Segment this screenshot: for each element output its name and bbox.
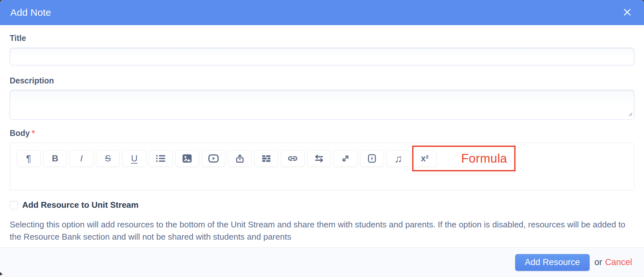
toolbar-table-button[interactable] xyxy=(254,150,278,167)
bullet-list-icon xyxy=(155,153,166,164)
title-field-label: Title xyxy=(10,33,634,43)
toolbar-video-button[interactable] xyxy=(202,150,225,167)
superscript-icon: x² xyxy=(421,154,429,163)
modal-footer: Add Resource or Cancel xyxy=(0,247,644,277)
toolbar-music-button[interactable]: ♫ xyxy=(386,150,410,167)
expand-icon xyxy=(340,153,351,164)
add-note-modal: Add Note Title Description Body* ¶BI xyxy=(0,0,644,277)
toolbar-expand-button[interactable] xyxy=(334,150,357,167)
modal-header: Add Note xyxy=(0,0,644,25)
toolbar-bold-button[interactable]: B xyxy=(43,150,67,167)
toolbar-strikethrough-button[interactable]: S xyxy=(96,150,120,167)
description-textarea-wrap xyxy=(10,90,634,120)
toolbar-image-button[interactable] xyxy=(175,150,199,167)
unit-stream-check-row: Add Resource to Unit Stream xyxy=(10,200,634,210)
body-label-text: Body xyxy=(10,129,30,138)
link-icon xyxy=(287,153,298,164)
or-text: or xyxy=(594,257,602,267)
unit-stream-checkbox-label[interactable]: Add Resource to Unit Stream xyxy=(22,200,138,210)
video-icon xyxy=(208,153,219,164)
image-icon xyxy=(182,153,192,164)
toolbar-bolt-button[interactable] xyxy=(360,150,384,167)
modal-body: Title Description Body* ¶BISU♫x² Formula… xyxy=(0,25,644,247)
toolbar-underline-button[interactable]: U xyxy=(122,150,146,167)
add-resource-button[interactable]: Add Resource xyxy=(515,254,590,271)
cancel-link[interactable]: Cancel xyxy=(605,257,632,267)
body-field-label: Body* xyxy=(10,129,634,138)
toolbar-paragraph-button[interactable]: ¶ xyxy=(17,150,41,167)
paragraph-icon: ¶ xyxy=(26,154,31,163)
music-icon: ♫ xyxy=(394,153,402,164)
toolbar-link-button[interactable] xyxy=(281,150,305,167)
help-text: Selecting this option will add resources… xyxy=(10,218,634,243)
toolbar-superscript-button[interactable]: x² xyxy=(413,150,437,167)
swap-icon xyxy=(314,153,325,164)
description-textarea[interactable] xyxy=(10,90,634,120)
toolbar-swap-button[interactable] xyxy=(307,150,331,167)
italic-icon: I xyxy=(80,154,83,163)
editor-toolbar: ¶BISU♫x² xyxy=(17,150,634,167)
underline-icon: U xyxy=(131,154,137,163)
bold-icon: B xyxy=(52,154,58,163)
toolbar-italic-button[interactable]: I xyxy=(70,150,93,167)
mouse-cursor-icon xyxy=(0,271,5,277)
close-icon xyxy=(622,7,632,18)
title-input[interactable] xyxy=(10,48,634,65)
bolt-icon xyxy=(367,153,377,164)
upload-icon xyxy=(235,153,245,164)
modal-title: Add Note xyxy=(10,7,51,18)
body-rich-text-editor[interactable]: ¶BISU♫x² Formula xyxy=(10,143,634,190)
description-field-label: Description xyxy=(10,76,634,85)
close-button[interactable] xyxy=(621,6,634,19)
table-icon xyxy=(261,153,271,164)
strikethrough-icon: S xyxy=(105,154,111,163)
unit-stream-checkbox[interactable] xyxy=(10,201,18,209)
required-asterisk: * xyxy=(32,129,35,138)
toolbar-upload-button[interactable] xyxy=(228,150,252,167)
resize-handle-icon[interactable] xyxy=(628,112,632,118)
toolbar-bullet-list-button[interactable] xyxy=(149,150,173,167)
